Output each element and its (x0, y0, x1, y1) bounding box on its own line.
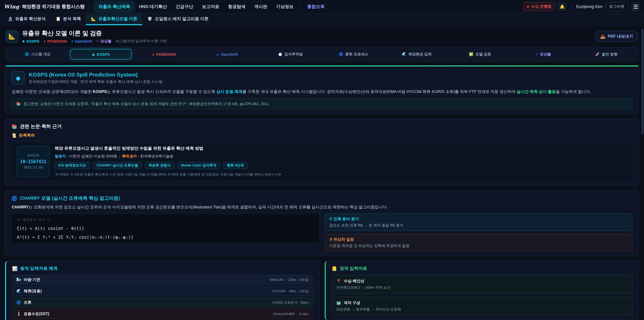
code-comment: /* 변조조석 수식 */ (17, 218, 314, 222)
kosps-section: ◆ KOSPS (Korea Oil Spill Prediction Syst… (5, 65, 639, 114)
cyclone-icon: 🌀 (339, 52, 343, 56)
pill-particle-tracking[interactable]: ⏱️ 입자추적법 (260, 49, 321, 59)
bar-chart-icon: 📊 (12, 266, 18, 271)
badge-opendrift: ● OpenDrift (71, 39, 92, 43)
patent-tag[interactable]: 취송류 경험식 (145, 162, 174, 169)
subtab-label: 유출유 확산분석 (15, 16, 46, 22)
microscope-icon: 🔬 (8, 17, 13, 21)
pill-opendrift[interactable]: ● OpenDrift (196, 49, 258, 59)
scroll-icon: 📜 (12, 133, 16, 138)
app-title: 해양환경 위기대응 통합시스템 (22, 4, 85, 10)
registered-patent-badge: 📜 등록특허 (12, 133, 632, 138)
notifications-button[interactable]: 🔔 (558, 2, 566, 11)
page-title-icon-box: 📐 (6, 30, 18, 43)
app-logo: Wing (4, 4, 19, 10)
pill-ensemble[interactable]: ⚡ 앙상블 (513, 49, 574, 59)
static-item-bathymetry[interactable]: 📍수심·해안선 전자해도(ENC) → 500m 격자 보간 (332, 275, 632, 294)
main-menu: 유출유 확산예측 HNS·대기확산 긴급구난 보고자료 항공탐색 게시판 기상정… (94, 1, 329, 12)
subtab-oilfence-theory[interactable]: 🛡️ 오일펜스 배치 알고리즘 이론 (142, 14, 214, 25)
page-title: 유출유 확산 모델 이론 및 검증 (22, 29, 167, 37)
modulated-tide-formula-block: /* 변조조석 수식 */ ζ(t) = A(t) cos[σt - θ(t)]… (12, 214, 320, 244)
cyclone-icon: 🌀 (16, 300, 21, 305)
books-icon: 📚 (16, 102, 21, 106)
static-input-title: 📒 정적 입력자료 (332, 266, 632, 272)
pill-ocean-input[interactable]: 🌊 해양환경 입력 (386, 49, 448, 59)
stopwatch-icon: ⏱️ (278, 52, 282, 56)
charry-note-amplitude: ① 진폭 등비 증가 검조소 조위 진폭 f배 → 전 격자 동일 f배 증가 (324, 214, 632, 231)
dynamic-row-wind[interactable]: 🌬️바람·기온 KMA UM · ~12km · 2회/일 (12, 275, 313, 285)
dynamic-input-title: 📊 동적 입력자료 체계 (12, 266, 313, 272)
dynamic-row-sst[interactable]: 🌡️표층수온(SST) NOAA AVHRR · ~5.4km (12, 309, 313, 319)
patent-tag[interactable]: CHARRY 실시간 조류모델 (93, 162, 142, 169)
kosps-diamond-icon: ◆ (12, 71, 25, 85)
nav-item-board[interactable]: 게시판 (250, 1, 271, 12)
main-content: 📐 유출유 확산 모델 이론 및 검증 ◆ KOSPS ● POSEIDON ● (0, 26, 644, 320)
dynamic-row-current[interactable]: 🌊해류(표층) HYCOM · ~9km · 1회/일 (12, 286, 313, 296)
patent-tags: ESI 방제정보지도 CHARRY 실시간 조류모델 취송류 경험식 Monte… (55, 162, 282, 169)
pill-weathering[interactable]: 🌀 풍화 프로세스 (323, 49, 384, 59)
nav-divider (90, 4, 90, 10)
badge-poseidon: ● POSEIDON (44, 39, 67, 43)
nav-item-emergency-rescue[interactable]: 긴급구난 (172, 1, 197, 12)
subtab-label: 분석 목록 (63, 16, 81, 22)
diamond-icon: ◆ (22, 39, 25, 43)
lightning-icon: ⚡ (96, 39, 98, 43)
dynamic-input-panel: 📊 동적 입력자료 체계 🌬️바람·기온 KMA UM · ~12km · 2회… (5, 261, 320, 320)
lightning-icon: ⚡ (536, 52, 538, 56)
nav-item-integrated-search[interactable]: 통합조회 (303, 1, 329, 12)
triangle-ruler-icon: 📐 (91, 17, 96, 21)
incident-status-label: 사고 진행중 (531, 4, 552, 9)
nav-item-oil-spill-forecast[interactable]: 유출유 확산예측 (94, 1, 134, 12)
incident-status-badge[interactable]: 사고 진행중 (524, 2, 555, 11)
holder-label: 특허권자 : (122, 154, 139, 158)
nav-divider (300, 4, 300, 10)
pdf-export-button[interactable]: 📤 PDF 내보내기 (595, 31, 638, 42)
patent-tag[interactable]: ESI 방제정보지도 (55, 162, 90, 169)
logout-button[interactable]: 로그아웃 (605, 2, 628, 11)
kosps-subtitle: 한국해양연구원(KORDI) 개발 · 한국 해역 특화 유출유 확산 예측 상… (29, 79, 162, 84)
charry-section: 🌀 CHARRY 모델 (실시간 조류예측 핵심 알고리즘) CHARRY는 조… (5, 191, 639, 256)
subtab-label: 유출유확산모델 이론 (98, 16, 137, 22)
nav-divider (571, 4, 572, 10)
subtab-spill-analysis[interactable]: 🔬 유출유 확산분석 (3, 14, 51, 25)
patent-card: 등록번호 10-1567431 2015.11.03 해양 유류오염사고 발생시… (12, 141, 632, 181)
dynamic-row-tide[interactable]: 🌀조류 KORDI 조화분석 · 500m (12, 298, 313, 307)
formula-line: A²(t) = Σ Yᵢ² + 2Σ YᵢYⱼ cos[(σᵢ-σⱼ)t-(φᵢ… (17, 235, 314, 240)
sub-tab-bar: 🔬 유출유 확산분석 📋 분석 목록 📐 유출유확산모델 이론 🛡️ 오일펜스 … (0, 14, 644, 26)
subtab-model-theory[interactable]: 📐 유출유확산모델 이론 (86, 14, 142, 25)
books-icon: 📚 (12, 124, 17, 129)
pill-roadmap[interactable]: 🚀 발전 방향 (576, 49, 637, 59)
pill-validation[interactable]: ✅ 모델 검증 (450, 49, 511, 59)
hamburger-icon (634, 5, 638, 9)
scrollbar[interactable] (642, 29, 643, 135)
pill-kosps[interactable]: ◆ KOSPS (70, 49, 132, 59)
badge-ensemble: ⚡ 앙상블 (96, 39, 111, 44)
section-tabs: 🌐 시스템 개요 ◆ KOSPS ● POSEIDON ● OpenDrift … (5, 47, 639, 61)
static-input-panel: 📒 정적 입력자료 📍수심·해안선 전자해도(ENC) → 500m 격자 보간… (324, 261, 639, 320)
model-badges: ◆ KOSPS ● POSEIDON ● OpenDrift ⚡ 앙상블 (22, 39, 167, 44)
pill-system-overview[interactable]: 🌐 시스템 개요 (7, 49, 68, 59)
circle-icon: ● (44, 39, 46, 43)
ledger-icon: 📒 (332, 266, 337, 271)
papers-patent-section: 📚 관련 논문·특허 근거 📜 등록특허 등록번호 10-1567431 201… (5, 119, 639, 186)
clipboard-icon: 📋 (56, 17, 61, 21)
export-icon: 📤 (600, 34, 605, 39)
registration-number: 10-1567431 (20, 159, 46, 164)
patent-tag[interactable]: Monte Carlo 입자추적 (177, 162, 220, 169)
nav-item-aerial-search[interactable]: 항공탐색 (224, 1, 250, 12)
nav-item-weather-info[interactable]: 기상정보 (272, 1, 298, 12)
page-header: 📐 유출유 확산 모델 이론 및 검증 ◆ KOSPS ● POSEIDON ● (6, 29, 638, 44)
static-item-grid[interactable]: 🗺️격자 구성 좌표변환 → 영역추출 → 격자보간 표준화 (332, 297, 632, 316)
topnav-right-area: 사고 진행중 🔔 Eunjeong Kim 로그아웃 (524, 2, 640, 11)
nav-item-hns-dispersion[interactable]: HNS·대기확산 (135, 1, 171, 12)
bell-icon: 🔔 (560, 4, 565, 9)
nav-item-reports[interactable]: 보고자료 (198, 1, 224, 12)
hamburger-menu-button[interactable] (631, 2, 640, 11)
inventor-label: 발명자 : (55, 154, 68, 158)
user-name: Eunjeong Kim (576, 4, 602, 9)
subtab-analysis-list[interactable]: 📋 분석 목록 (51, 14, 86, 25)
pill-poseidon[interactable]: ● POSEIDON (134, 49, 195, 59)
patent-tag[interactable]: 풍화 5단계 (223, 162, 248, 169)
circle-icon: ● (217, 52, 219, 56)
patent-title: 해양 유류오염사고 발생시 효율적인 방제방안 수립을 위한 유출유 확산 예측… (55, 146, 282, 152)
